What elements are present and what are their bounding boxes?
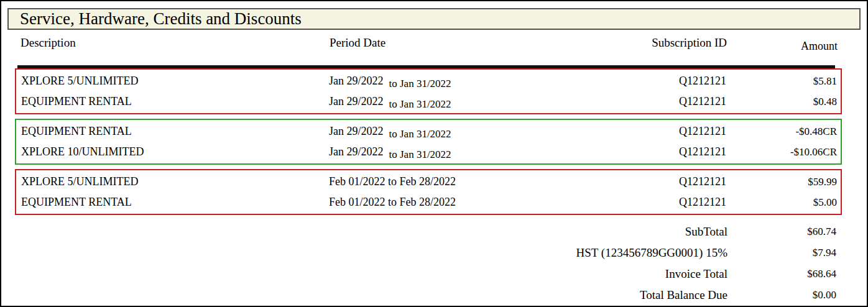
column-header-period-date: Period Date xyxy=(330,35,544,53)
row-period-date: Jan 29/2022to Jan 31/2022 xyxy=(329,145,543,158)
summary-amount: $7.94 xyxy=(727,247,836,259)
charge-group-feb: XPLORE 5/UNLIMITED Feb 01/2022 to Feb 28… xyxy=(15,169,842,215)
period-start: Jan 29/2022 xyxy=(329,75,384,87)
period-end: to Jan 31/2022 xyxy=(389,98,451,110)
section-title: Service, Hardware, Credits and Discounts xyxy=(20,11,302,27)
summary-label: SubTotal xyxy=(22,225,836,239)
column-header-description: Description xyxy=(21,35,330,53)
row-period-date: Feb 01/2022 to Feb 28/2022 xyxy=(329,196,543,209)
row-amount: $5.81 xyxy=(726,75,837,88)
summary-amount: $60.74 xyxy=(727,226,836,238)
table-row: XPLORE 5/UNLIMITED Feb 01/2022 to Feb 28… xyxy=(16,172,841,192)
table-row: EQUIPMENT RENTAL Jan 29/2022to Jan 31/20… xyxy=(16,121,841,142)
credit-group-jan: EQUIPMENT RENTAL Jan 29/2022to Jan 31/20… xyxy=(15,119,842,165)
summary-row-invoice-total: Invoice Total $68.64 xyxy=(22,263,836,285)
row-subscription-id: Q1212121 xyxy=(543,125,726,138)
period-start: Feb 01/2022 to Feb 28/2022 xyxy=(329,175,456,188)
summary-row-subtotal: SubTotal $60.74 xyxy=(22,221,836,242)
summary: SubTotal $60.74 HST (123456789GG0001) 15… xyxy=(22,221,836,306)
row-subscription-id: Q1212121 xyxy=(543,196,726,209)
summary-row-total-balance-due: Total Balance Due $0.00 xyxy=(22,285,836,306)
row-description: XPLORE 5/UNLIMITED xyxy=(21,175,329,188)
row-amount: -$0.48CR xyxy=(726,126,837,138)
table-header: Description Period Date Subscription ID … xyxy=(21,35,838,53)
invoice-section: Service, Hardware, Credits and Discounts… xyxy=(0,0,868,307)
row-amount: $5.00 xyxy=(726,196,837,209)
table-row: XPLORE 5/UNLIMITED Jan 29/2022to Jan 31/… xyxy=(16,71,841,91)
summary-row-hst: HST (123456789GG0001) 15% $7.94 xyxy=(22,242,836,263)
row-amount: $59.99 xyxy=(726,176,837,188)
period-start: Jan 29/2022 xyxy=(329,145,384,158)
row-period-date: Jan 29/2022to Jan 31/2022 xyxy=(329,125,543,138)
section-title-bar: Service, Hardware, Credits and Discounts xyxy=(7,8,861,30)
row-period-date: Jan 29/2022to Jan 31/2022 xyxy=(329,95,543,108)
table-row: EQUIPMENT RENTAL Jan 29/2022to Jan 31/20… xyxy=(16,91,841,112)
period-start: Jan 29/2022 xyxy=(329,125,384,137)
row-description: EQUIPMENT RENTAL xyxy=(21,125,329,138)
period-end: to Jan 31/2022 xyxy=(389,128,451,140)
column-header-amount: Amount xyxy=(727,35,838,53)
summary-label: HST (123456789GG0001) 15% xyxy=(22,246,836,260)
period-start: Feb 01/2022 to Feb 28/2022 xyxy=(329,196,456,208)
summary-label: Total Balance Due xyxy=(22,288,836,302)
row-description: XPLORE 10/UNLIMITED xyxy=(21,145,329,158)
row-description: EQUIPMENT RENTAL xyxy=(21,196,329,209)
charge-group-jan: XPLORE 5/UNLIMITED Jan 29/2022to Jan 31/… xyxy=(15,68,842,114)
summary-amount: $68.64 xyxy=(727,268,836,280)
period-end: to Jan 31/2022 xyxy=(389,149,451,160)
row-subscription-id: Q1212121 xyxy=(543,175,726,188)
row-amount: $0.48 xyxy=(726,96,837,108)
row-subscription-id: Q1212121 xyxy=(543,75,726,88)
period-end: to Jan 31/2022 xyxy=(389,78,451,89)
row-subscription-id: Q1212121 xyxy=(543,145,726,158)
summary-amount: $0.00 xyxy=(727,289,836,301)
row-period-date: Feb 01/2022 to Feb 28/2022 xyxy=(329,175,543,188)
row-description: EQUIPMENT RENTAL xyxy=(21,95,329,108)
column-header-subscription-id: Subscription ID xyxy=(544,35,727,53)
period-start: Jan 29/2022 xyxy=(329,95,384,108)
summary-label: Invoice Total xyxy=(22,267,836,281)
row-amount: -$10.06CR xyxy=(726,146,837,158)
row-subscription-id: Q1212121 xyxy=(543,95,726,108)
table-row: XPLORE 10/UNLIMITED Jan 29/2022to Jan 31… xyxy=(16,142,841,162)
table-row: EQUIPMENT RENTAL Feb 01/2022 to Feb 28/2… xyxy=(16,192,841,213)
row-description: XPLORE 5/UNLIMITED xyxy=(21,75,329,88)
row-period-date: Jan 29/2022to Jan 31/2022 xyxy=(329,75,543,88)
